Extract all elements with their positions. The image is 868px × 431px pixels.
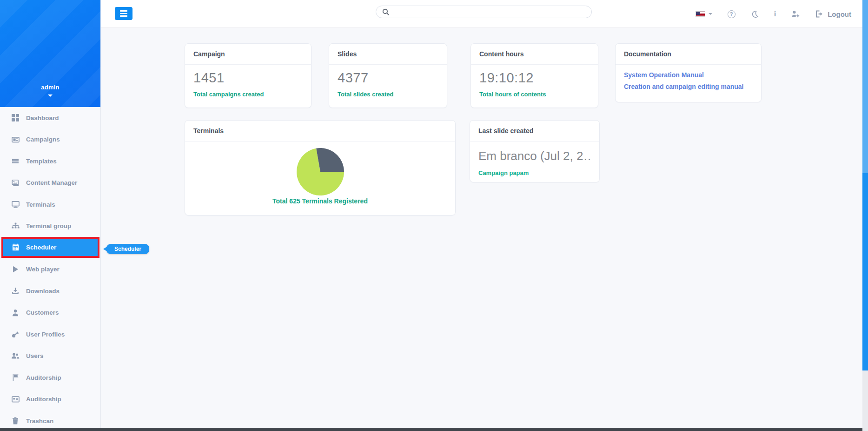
sidebar-item-campaigns[interactable]: Campaigns <box>0 129 100 151</box>
sidebar-item-label: Terminals <box>26 201 55 208</box>
sidebar-item-scheduler[interactable]: Scheduler <box>3 239 98 256</box>
search-box <box>376 6 592 18</box>
campaign-stat-card: Campaign 1451 Total campaigns created <box>185 43 311 108</box>
last-slide-campaign-link[interactable]: Campaign papam <box>478 169 591 176</box>
help-button[interactable]: ? <box>728 10 735 18</box>
sidebar-item-content-manager[interactable]: Content Manager <box>0 172 100 194</box>
images-icon <box>11 179 20 187</box>
card-title: Campaign <box>185 44 311 65</box>
terminals-pie-chart: Total 625 Terminals Registered <box>185 141 455 205</box>
key-icon <box>11 330 20 338</box>
sidebar-item-label: Trashcan <box>26 418 53 424</box>
moon-icon <box>751 10 759 18</box>
trash-icon <box>11 417 20 424</box>
sidebar-item-label: Auditorship <box>26 396 61 403</box>
card-title: Terminals <box>185 121 455 141</box>
sidebar-item-label: Customers <box>26 309 59 316</box>
documentation-card: Documentation System Operation Manual Cr… <box>615 43 762 102</box>
card-title: Content hours <box>471 44 598 65</box>
content-hours-caption: Total hours of contents <box>479 91 590 98</box>
download-icon <box>11 287 20 295</box>
content-hours-stat-card: Content hours 19:10:12 Total hours of co… <box>470 43 598 108</box>
terminals-total-caption: Total 625 Terminals Registered <box>185 197 455 205</box>
us-flag-icon <box>696 11 705 17</box>
help-icon: ? <box>728 10 735 18</box>
dark-mode-toggle[interactable] <box>751 10 759 18</box>
sidebar-item-label: Scheduler <box>26 244 56 251</box>
slides-caption: Total slides created <box>338 91 438 98</box>
bottom-edge-strip <box>0 428 862 431</box>
logout-button[interactable]: Logout <box>815 10 851 18</box>
sidebar-item-dashboard[interactable]: Dashboard <box>0 107 100 129</box>
sidebar-item-customers[interactable]: Customers <box>0 302 100 324</box>
sidebar-item-terminals[interactable]: Terminals <box>0 194 100 216</box>
scrollbar-thumb[interactable] <box>862 0 868 173</box>
topbar: ? i Logout <box>101 0 868 28</box>
card-title: Documentation <box>616 44 761 65</box>
sidebar: admin Dashboard Campaigns Templates <box>0 0 101 428</box>
sidebar-item-label: Terminal group <box>26 222 71 229</box>
search-icon <box>382 8 389 15</box>
sidebar-item-auditorship-card[interactable]: Auditorship <box>0 389 100 411</box>
sidebar-item-label: Auditorship <box>26 374 61 381</box>
sidebar-item-users[interactable]: Users <box>0 345 100 367</box>
doc-link-system-operation-manual[interactable]: System Operation Manual <box>624 71 753 79</box>
card-title: Slides <box>329 44 447 65</box>
scheduler-tooltip: Scheduler <box>106 244 149 254</box>
chevron-down-icon <box>48 94 53 97</box>
doc-link-campaign-editing-manual[interactable]: Creation and campaign editing manual <box>624 83 753 90</box>
content-hours-value: 19:10:12 <box>479 70 590 86</box>
language-selector[interactable] <box>696 11 712 17</box>
card-icon <box>11 396 20 403</box>
slides-count: 4377 <box>338 70 438 86</box>
scrollbar-track[interactable] <box>862 173 868 370</box>
logout-label: Logout <box>828 10 851 18</box>
sidebar-item-label: Downloads <box>26 288 60 295</box>
logout-icon <box>815 10 824 18</box>
last-slide-card: Last slide created Em branco (Jul 2, 2… … <box>470 120 600 182</box>
flag-icon <box>11 374 20 381</box>
sidebar-item-terminal-group[interactable]: Terminal group <box>0 216 100 237</box>
slides-stat-card: Slides 4377 Total slides created <box>329 43 447 108</box>
calendar-icon <box>11 243 20 251</box>
scrollbar-lower-area <box>862 370 868 431</box>
sidebar-item-label: User Profiles <box>26 331 65 338</box>
chevron-down-icon <box>709 13 712 15</box>
sitemap-icon <box>11 222 20 230</box>
sidebar-item-user-profiles[interactable]: User Profiles <box>0 323 100 345</box>
sidebar-item-templates[interactable]: Templates <box>0 150 100 172</box>
last-slide-name: Em branco (Jul 2, 2… <box>478 149 591 163</box>
monitor-icon <box>11 201 20 208</box>
sidebar-item-auditorship-flag[interactable]: Auditorship <box>0 367 100 389</box>
sidebar-item-label: Dashboard <box>26 114 59 121</box>
terminals-chart-card: Terminals Total 625 Terminals Registered <box>185 120 456 216</box>
menu-toggle-button[interactable] <box>115 7 133 20</box>
campaign-caption: Total campaigns created <box>193 91 303 98</box>
sidebar-item-downloads[interactable]: Downloads <box>0 280 100 302</box>
user-gear-icon <box>791 10 800 18</box>
pie-chart-svg <box>296 148 345 196</box>
info-icon: i <box>774 10 776 18</box>
topbar-actions: ? i Logout <box>696 0 851 28</box>
template-icon <box>11 157 20 165</box>
sidebar-item-web-player[interactable]: Web player <box>0 259 100 281</box>
card-title: Last slide created <box>470 121 599 141</box>
sidebar-item-label: Users <box>26 352 44 359</box>
sidebar-item-scheduler-wrap: Scheduler <box>0 237 100 259</box>
sidebar-nav: Dashboard Campaigns Templates Content Ma… <box>0 107 100 431</box>
account-settings-button[interactable] <box>791 10 800 18</box>
sidebar-item-label: Templates <box>26 158 57 165</box>
sidebar-user-panel: admin <box>0 0 100 107</box>
user-icon <box>11 309 20 317</box>
sidebar-item-label: Campaigns <box>26 136 60 143</box>
search-input[interactable] <box>393 6 591 18</box>
info-button[interactable]: i <box>774 10 776 18</box>
users-icon <box>11 352 20 359</box>
pie-slice-dark <box>316 148 344 172</box>
user-menu[interactable]: admin <box>0 84 100 97</box>
newspaper-icon <box>11 136 20 143</box>
dashboard-grid-icon <box>11 114 20 121</box>
campaign-count: 1451 <box>193 70 303 86</box>
sidebar-item-label: Content Manager <box>26 179 77 186</box>
play-icon <box>11 266 20 273</box>
